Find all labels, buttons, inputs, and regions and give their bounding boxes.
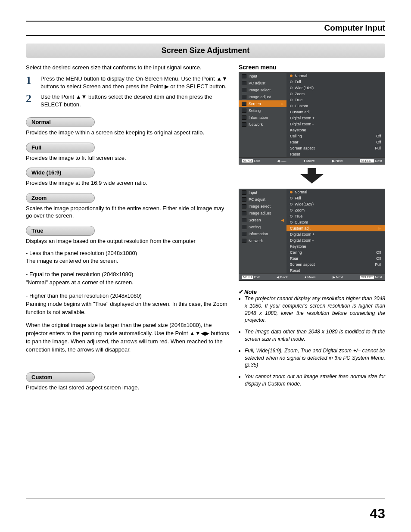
opt: Screen aspect [290,262,315,267]
note-item: You cannot zoom out an image smaller tha… [245,373,385,388]
opt: Keystone [290,128,306,132]
f-back: Back [280,275,288,279]
menu-left-1: Input PC adjust Image select Image adjus… [239,73,286,157]
true-sub2b: "Normal" appears at a corner of the scre… [26,279,134,286]
menu-footer-2: MENUExit ◀ Back ♦ Move ▶ Next SELECTNext [239,274,385,280]
val: Full [375,262,381,267]
val: Off [376,256,381,261]
menu-item: Network [249,122,263,127]
opt: Screen aspect [290,146,315,150]
opt: Normal [295,74,307,78]
menu-right-1: Normal Full Wide(16:9) Zoom True Custom … [286,73,385,157]
val: Full [375,146,381,150]
opt: Digital zoom + [290,232,314,236]
menu-item: Image select [249,204,271,208]
menu-key: MENU [242,159,253,163]
true-sub1a: - Less than the panel resolution (2048x1… [26,250,137,256]
note-item: The projector cannot display any resolut… [245,295,385,324]
f-move: Move [306,159,315,163]
menu-item-selected: Screen [249,102,261,106]
opt: Ceiling [290,134,302,138]
page-number: 43 [370,506,385,522]
menu-item: PC adjust [249,81,265,85]
svg-marker-0 [300,168,324,184]
f-select: Next [375,159,382,163]
menu-left-2: Input PC adjust Image select Image adjus… [239,189,286,274]
step-2: 2 Use the Point ▲▼ buttons select the de… [26,93,231,109]
note-item: Full, Wide(16:9), Zoom, True and Digital… [245,347,385,369]
menu-key: MENU [242,275,253,279]
menu-item: PC adjust [249,197,265,202]
menu-item: Image select [249,88,271,92]
val: Off [376,134,381,138]
opt: Rear [290,140,299,144]
opt: Reset [290,268,300,273]
menu-item: Network [249,239,263,243]
opt: Digital zoom - [290,122,314,126]
f-exit: Exit [254,275,260,279]
true-sub3a: - Higher than the panel resolution (2048… [26,292,142,299]
desc-wide: Provides the image at the 16:9 wide scre… [26,179,231,187]
menu-item: Input [249,190,257,195]
step-1: 1 Press the MENU button to display the O… [26,75,231,90]
pill-normal: Normal [26,117,95,127]
desc-zoom: Scales the image proportionally to fit t… [26,205,231,220]
opt: Custom [295,220,308,224]
opt: Digital zoom - [290,238,314,243]
pill-custom: Custom [26,372,95,382]
opt: Keystone [290,244,306,249]
pill-true: True [26,226,95,236]
true-sub3b: Panning mode begins with "True" displaye… [26,301,227,315]
notes-list: The projector cannot display any resolut… [239,295,385,388]
opt: Zoom [295,208,305,212]
opt: Reset [290,152,300,156]
opt-selected: Custom adj. [290,226,311,230]
opt: Wide(16:9) [295,86,314,90]
true-sub2a: - Equal to the panel resolution (2048x10… [26,271,133,277]
val: Off [376,140,381,144]
opt: Digital zoom + [290,116,314,120]
opt: Custom adj. [290,110,311,114]
section-header: Computer Input [324,23,385,33]
menu-panel-1: Input PC adjust Image select Image adjus… [239,72,385,165]
opt: Full [295,196,301,200]
menu-panel-2: Input PC adjust Image select Image adjus… [239,189,385,281]
footer-rule [26,498,385,498]
opt: Wide(16:9) [295,202,314,206]
menu-footer-1: MENUExit ◀ ----- ♦ Move ▶ Next SELECTNex… [239,157,385,164]
opt: Custom [295,104,308,108]
step-text: Press the MENU button to display the On-… [40,75,231,90]
desc-full: Provides the image to fit full screen si… [26,154,231,162]
opt: Normal [295,190,307,194]
opt: True [295,214,302,218]
desc-true: Displays an image based on the output re… [26,237,231,245]
menu-item: Setting [249,225,261,229]
f-next: Next [336,275,343,279]
opt: Full [295,80,301,84]
menu-item: Information [249,115,268,120]
opt: Ceiling [290,250,302,255]
pill-zoom: Zoom [26,193,95,203]
f-next: Next [336,159,342,163]
select-key: SELECT [360,159,374,163]
screen-menu-title: Screen menu [239,64,385,71]
f-move: Move [307,275,316,279]
menu-item: Image adjust [249,211,271,215]
true-sublist: - Less than the panel resolution (2048x1… [26,249,231,354]
menu-item: Information [249,232,268,236]
step-num: 1 [26,75,36,90]
true-sub4: When the original image size is larger t… [26,322,229,353]
opt: Zoom [295,92,305,96]
f-back: ----- [280,159,286,163]
note-item: The image data other than 2048 x 1080 is… [245,328,385,343]
menu-item: Screen [249,218,261,222]
desc-normal: Provides the image within a screen size … [26,129,231,137]
menu-right-2: Normal Full Wide(16:9) Zoom True Custom … [286,189,385,274]
step-text: Use the Point ▲▼ buttons select the desi… [40,93,231,109]
select-key: SELECT [360,275,374,279]
val: Off [376,250,381,255]
intro-text: Select the desired screen size that conf… [26,64,231,72]
opt: True [295,98,302,102]
opt: Rear [290,256,299,261]
pill-wide: Wide (16:9) [26,168,95,177]
